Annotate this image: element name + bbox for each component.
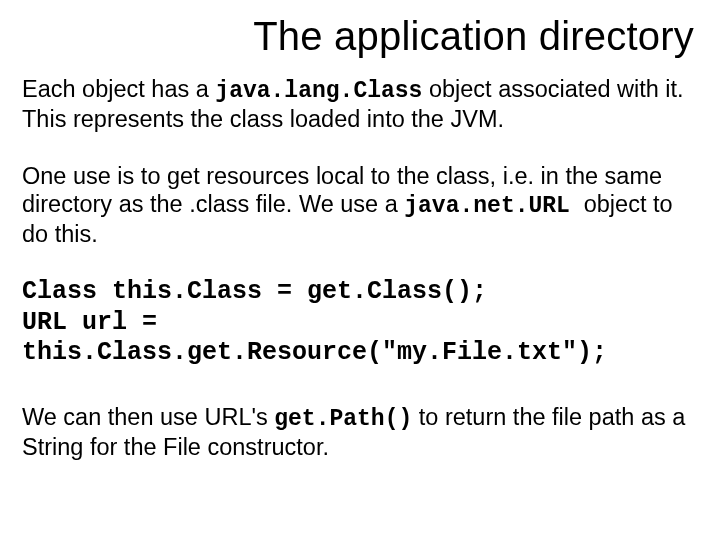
paragraph-2: One use is to get resources local to the…: [22, 162, 698, 249]
p1-code: java.lang.Class: [215, 78, 422, 104]
code-line-3: this.Class.get.Resource("my.File.txt");: [22, 338, 607, 367]
code-line-1: Class this.Class = get.Class();: [22, 277, 487, 306]
code-line-2: URL url =: [22, 308, 157, 337]
p1-text-a: Each object has a: [22, 76, 215, 102]
p2-code: java.net.URL: [404, 193, 583, 219]
p3-text-a: We can then use URL's: [22, 404, 274, 430]
paragraph-1: Each object has a java.lang.Class object…: [22, 75, 698, 134]
p3-code: get.Path(): [274, 406, 412, 432]
paragraph-3: We can then use URL's get.Path() to retu…: [22, 403, 698, 462]
code-block: Class this.Class = get.Class(); URL url …: [22, 277, 698, 369]
slide-title: The application directory: [22, 14, 694, 59]
slide: The application directory Each object ha…: [0, 0, 720, 540]
